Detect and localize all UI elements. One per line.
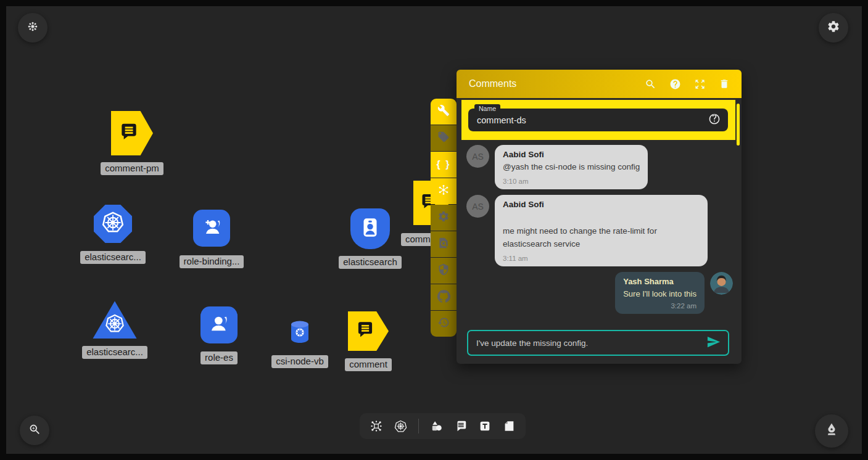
node-elasticsearch-octagon[interactable]: elasticsearc... <box>73 205 153 264</box>
user-plus-icon <box>199 215 224 242</box>
delete-icon[interactable] <box>719 78 730 89</box>
message-bubble: Aabid Sofi @yash the csi-node is missing… <box>495 145 648 189</box>
avatar: AS <box>466 195 489 218</box>
badge-shape <box>350 208 390 249</box>
kubernetes-button[interactable] <box>431 178 457 204</box>
avatar: AS <box>466 145 489 168</box>
security-button[interactable] <box>431 258 457 284</box>
app-hub-button[interactable] <box>18 13 48 43</box>
expand-icon[interactable] <box>694 78 706 90</box>
shield-icon <box>437 263 450 278</box>
text-tool-icon[interactable] <box>478 419 492 433</box>
node-elasticsearch-triangle[interactable]: elasticsearc... <box>75 300 155 359</box>
node-label: role-binding... <box>180 255 244 268</box>
node-label: elasticsearc... <box>80 251 146 264</box>
wrench-icon <box>437 104 450 119</box>
comments-panel: Comments Name AS Aabid Sofi @yash the cs… <box>457 70 742 364</box>
message-time: 3:11 am <box>503 255 700 262</box>
kubernetes-wheel-icon <box>103 312 126 338</box>
node-label: elasticsearch <box>339 256 402 269</box>
message-time: 3:10 am <box>503 178 640 185</box>
message-author: Yash Sharma <box>623 277 696 286</box>
history-button[interactable] <box>431 311 457 337</box>
name-field-label: Name <box>474 104 500 113</box>
pen-nib-icon <box>824 422 840 440</box>
node-label: csi-node-vb <box>271 355 328 368</box>
context-toolbar: { } <box>431 99 457 337</box>
kubernetes-icon <box>437 183 450 199</box>
pen-tool-button[interactable] <box>815 414 848 448</box>
message-author: Aabid Sofi <box>503 150 640 159</box>
design-canvas[interactable]: comment-pm elasticsearc... role-binding.… <box>6 6 862 454</box>
braces-icon: { } <box>437 159 451 170</box>
node-comment-pm[interactable]: comment-pm <box>89 111 175 175</box>
comment-flag-shape <box>111 111 153 155</box>
panel-title: Comments <box>469 78 645 89</box>
shapes-icon[interactable] <box>429 419 444 433</box>
node-label: role-es <box>200 351 238 364</box>
chat-message-input[interactable] <box>476 339 701 348</box>
message-author: Aabid Sofi <box>503 200 700 209</box>
note-tool-icon[interactable] <box>502 419 516 433</box>
comment-icon <box>117 120 141 147</box>
panel-scrollbar-thumb[interactable] <box>737 104 740 146</box>
configure-button[interactable] <box>431 99 457 125</box>
node-role-binding[interactable]: role-binding... <box>172 210 252 268</box>
message-time: 3:22 am <box>623 302 696 310</box>
labels-button[interactable] <box>431 125 457 151</box>
shape-toolbar <box>360 413 526 439</box>
chat-input-container <box>467 330 729 356</box>
zoom-in-icon <box>28 423 41 438</box>
message-text: me might need to change the rate-limit f… <box>503 225 700 250</box>
kubernetes-icon[interactable] <box>394 419 408 433</box>
node-label: comment-pm <box>101 162 163 175</box>
comment-tool-icon[interactable] <box>454 419 468 433</box>
message-row: AS Aabid Sofi @yash the csi-node is miss… <box>466 145 733 189</box>
octagon-shape <box>94 205 132 243</box>
rounded-square-shape <box>200 306 238 343</box>
file-search-icon <box>437 237 450 252</box>
json-button[interactable]: { } <box>431 152 457 178</box>
message-bubble: Yash Sharma Sure I'll look into this 3:2… <box>615 272 705 314</box>
toolbar-divider <box>418 419 419 433</box>
gear-icon <box>437 210 450 225</box>
kubernetes-wheel-icon <box>289 320 310 346</box>
send-icon[interactable] <box>706 335 721 351</box>
settings-button[interactable] <box>819 13 848 43</box>
triangle-shape <box>92 300 138 340</box>
gear-icon <box>827 20 840 36</box>
message-row: AS Aabid Sofi me might need to change th… <box>466 195 733 266</box>
message-text: Sure I'll look into this <box>623 288 696 300</box>
service-account-icon <box>357 215 383 243</box>
comments-panel-header[interactable]: Comments <box>457 70 742 98</box>
inspect-button[interactable] <box>431 231 457 257</box>
message-bubble: Aabid Sofi me might need to change the r… <box>495 195 708 266</box>
github-button[interactable] <box>431 284 457 310</box>
search-icon[interactable] <box>645 78 656 90</box>
field-help-icon[interactable] <box>708 113 721 128</box>
node-label: comment <box>345 358 392 371</box>
node-comment[interactable]: comment <box>328 311 408 371</box>
comment-flag-shape <box>348 311 389 351</box>
name-input[interactable] <box>477 115 703 125</box>
tag-icon <box>437 131 450 146</box>
spacer <box>503 211 700 225</box>
node-label: elasticsearc... <box>82 346 147 359</box>
message-list: AS Aabid Sofi @yash the csi-node is miss… <box>457 140 742 327</box>
components-icon[interactable] <box>370 419 383 433</box>
history-icon <box>437 316 450 331</box>
cylinder-shape <box>289 320 310 346</box>
help-icon[interactable] <box>669 78 681 90</box>
user-icon <box>207 311 231 339</box>
settings-button-toolbar[interactable] <box>431 205 457 231</box>
message-row: Yash Sharma Sure I'll look into this 3:2… <box>466 272 733 314</box>
app-hub-icon <box>27 20 39 35</box>
node-elasticsearch-serviceaccount[interactable]: elasticsearch <box>330 208 410 269</box>
github-icon <box>437 290 450 305</box>
kubernetes-wheel-icon <box>99 209 126 239</box>
message-text: @yash the csi-node is missing config <box>503 161 640 173</box>
zoom-in-button[interactable] <box>20 416 49 445</box>
node-role-es[interactable]: role-es <box>179 306 259 364</box>
app-window: comment-pm elasticsearc... role-binding.… <box>0 0 868 460</box>
name-field-section: Name <box>461 100 735 140</box>
